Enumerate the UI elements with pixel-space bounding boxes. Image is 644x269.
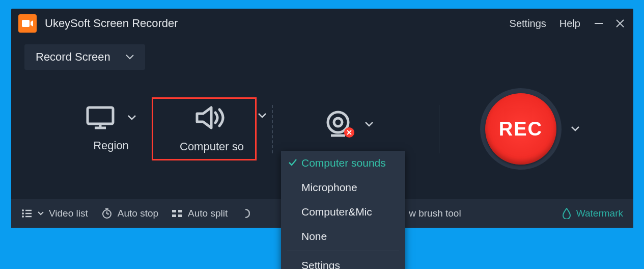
minimize-button[interactable] <box>594 18 604 29</box>
titlebar: UkeySoft Screen Recorder Settings Help <box>11 9 633 38</box>
list-icon <box>21 209 33 218</box>
dropdown-label: Microphone <box>301 181 357 193</box>
svg-point-14 <box>22 212 24 214</box>
svg-point-12 <box>22 209 24 211</box>
dropdown-item-computer-mic[interactable]: Computer&Mic <box>281 200 405 224</box>
chevron-down-icon[interactable] <box>365 121 374 127</box>
split-icon <box>172 209 183 218</box>
svg-rect-4 <box>88 107 113 124</box>
webcam-icon <box>324 110 352 139</box>
dropdown-item-settings[interactable]: Settings <box>281 253 405 269</box>
record-button[interactable]: REC <box>480 88 562 170</box>
svg-rect-24 <box>172 214 176 217</box>
chevron-down-icon[interactable] <box>127 115 136 121</box>
svg-rect-25 <box>178 214 182 217</box>
audio-dropdown: Computer sounds Microphone Computer&Mic … <box>281 151 405 269</box>
record-label: REC <box>499 118 543 140</box>
partial-button[interactable] <box>241 209 250 218</box>
region-label: Region <box>93 139 129 152</box>
svg-rect-23 <box>178 210 182 212</box>
chevron-down-icon[interactable] <box>258 113 267 119</box>
help-link[interactable]: Help <box>559 18 580 30</box>
settings-link[interactable]: Settings <box>510 18 546 30</box>
disabled-badge-icon <box>344 127 354 138</box>
auto-stop-label: Auto stop <box>118 208 158 219</box>
brush-tool-label: w brush tool <box>409 208 461 219</box>
auto-stop-button[interactable]: Auto stop <box>101 208 158 219</box>
svg-rect-22 <box>172 210 176 212</box>
auto-split-button[interactable]: Auto split <box>172 208 228 219</box>
watermark-button[interactable]: Watermark <box>562 208 623 219</box>
audio-panel[interactable]: Computer so <box>152 97 257 160</box>
video-list-label: Video list <box>49 208 88 219</box>
svg-point-8 <box>334 118 342 126</box>
clock-icon <box>101 208 113 219</box>
chevron-down-icon <box>126 55 134 60</box>
circle-icon <box>241 209 250 218</box>
check-icon <box>288 158 297 167</box>
brush-tool-button[interactable]: w brush tool <box>409 208 461 219</box>
dropdown-item-none[interactable]: None <box>281 224 405 249</box>
mode-select[interactable]: Record Screen <box>24 44 145 70</box>
dropdown-item-microphone[interactable]: Microphone <box>281 175 405 200</box>
dropdown-divider <box>287 251 399 251</box>
dropdown-label: Settings <box>301 259 340 269</box>
auto-split-label: Auto split <box>188 208 228 219</box>
close-button[interactable] <box>615 18 625 29</box>
app-title: UkeySoft Screen Recorder <box>45 17 510 30</box>
vertical-separator <box>439 105 439 153</box>
chevron-down-icon[interactable] <box>571 126 580 132</box>
region-panel[interactable]: Region <box>24 97 152 160</box>
speaker-icon <box>194 104 230 131</box>
dropdown-label: Computer sounds <box>301 157 386 169</box>
monitor-icon <box>86 105 115 130</box>
dropdown-item-computer-sounds[interactable]: Computer sounds <box>281 151 405 175</box>
svg-point-16 <box>22 216 24 218</box>
dropdown-label: Computer&Mic <box>301 206 372 218</box>
audio-label: Computer so <box>180 140 244 153</box>
chevron-down-icon <box>38 211 44 216</box>
watermark-label: Watermark <box>576 208 623 219</box>
mode-label: Record Screen <box>36 50 110 64</box>
video-list-button[interactable]: Video list <box>21 208 88 219</box>
dropdown-label: None <box>301 230 327 242</box>
app-logo-icon <box>18 14 37 33</box>
drop-icon <box>562 208 571 219</box>
svg-rect-0 <box>22 20 30 27</box>
